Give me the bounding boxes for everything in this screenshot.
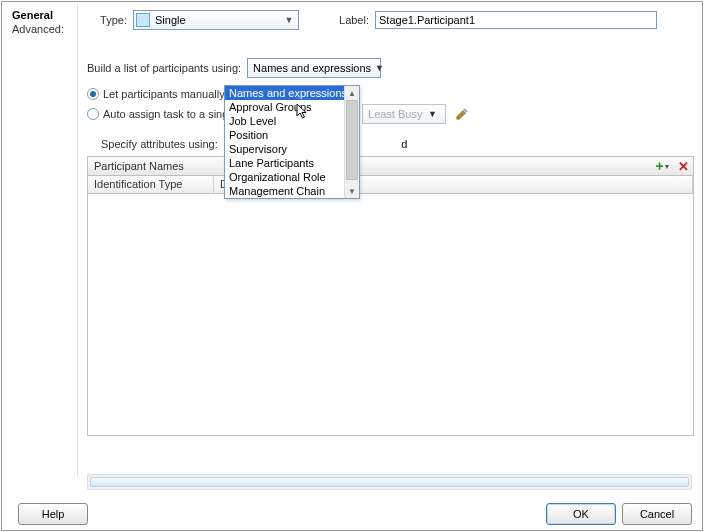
pencil-icon[interactable] xyxy=(454,106,470,122)
add-button[interactable]: + ▾ xyxy=(655,159,669,173)
dropdown-scrollbar[interactable]: ▲ ▼ xyxy=(344,86,359,198)
scrollbar-thumb[interactable] xyxy=(90,477,689,487)
build-select[interactable]: Names and expressions ▼ xyxy=(247,58,381,78)
option-management-chain[interactable]: Management Chain xyxy=(225,184,359,198)
type-value: Single xyxy=(155,14,282,26)
option-organizational-role[interactable]: Organizational Role xyxy=(225,170,359,184)
option-position[interactable]: Position xyxy=(225,128,359,142)
plus-icon: + xyxy=(655,159,663,173)
cancel-button[interactable]: Cancel xyxy=(622,503,692,525)
tab-separator xyxy=(77,4,78,476)
table-body[interactable] xyxy=(87,194,694,436)
specify-tail: d xyxy=(401,138,407,150)
close-icon: ✕ xyxy=(678,160,689,173)
build-dropdown-popup[interactable]: Names and expressions Approval Groups Jo… xyxy=(224,85,360,199)
label-caption: Label: xyxy=(329,14,369,26)
specify-attributes-label: Specify attributes using: xyxy=(101,138,218,150)
option-approval-groups[interactable]: Approval Groups xyxy=(225,100,359,114)
tab-advanced[interactable]: Advanced: xyxy=(8,22,68,36)
table-title: Participant Names xyxy=(94,160,651,172)
build-selected: Names and expressions xyxy=(253,62,371,74)
chevron-down-icon: ▼ xyxy=(426,109,438,119)
scroll-up-icon[interactable]: ▲ xyxy=(345,86,359,100)
option-job-level[interactable]: Job Level xyxy=(225,114,359,128)
auto-assign-label: Auto assign task to a single xyxy=(103,108,237,120)
build-label: Build a list of participants using: xyxy=(87,62,241,74)
option-lane-participants[interactable]: Lane Participants xyxy=(225,156,359,170)
manual-claim-radio[interactable] xyxy=(87,88,99,100)
tab-general[interactable]: General xyxy=(8,8,68,22)
single-type-icon xyxy=(136,13,150,27)
type-label: Type: xyxy=(87,14,127,26)
auto-assign-radio[interactable] xyxy=(87,108,99,120)
table-columns: Identification Type Data Type xyxy=(87,176,694,194)
assignment-pattern-value: Least Busy xyxy=(368,108,422,120)
col-identification-type[interactable]: Identification Type xyxy=(88,176,214,193)
assignment-pattern-select: Least Busy ▼ xyxy=(362,104,446,124)
chevron-down-icon: ▼ xyxy=(375,63,384,73)
chevron-down-icon: ▼ xyxy=(282,15,296,25)
option-supervisory[interactable]: Supervisory xyxy=(225,142,359,156)
type-select[interactable]: Single ▼ xyxy=(133,10,299,30)
horizontal-scrollbar[interactable] xyxy=(87,474,692,490)
help-button[interactable]: Help xyxy=(18,503,88,525)
option-names-expressions[interactable]: Names and expressions xyxy=(225,86,359,100)
scroll-down-icon[interactable]: ▼ xyxy=(345,184,359,198)
col-value[interactable] xyxy=(304,176,693,193)
chevron-down-icon: ▾ xyxy=(665,162,669,171)
delete-button[interactable]: ✕ xyxy=(673,159,687,173)
scrollbar-thumb[interactable] xyxy=(346,100,358,180)
participant-names-header: Participant Names + ▾ ✕ xyxy=(87,156,694,176)
label-input[interactable] xyxy=(375,11,657,29)
ok-button[interactable]: OK xyxy=(546,503,616,525)
